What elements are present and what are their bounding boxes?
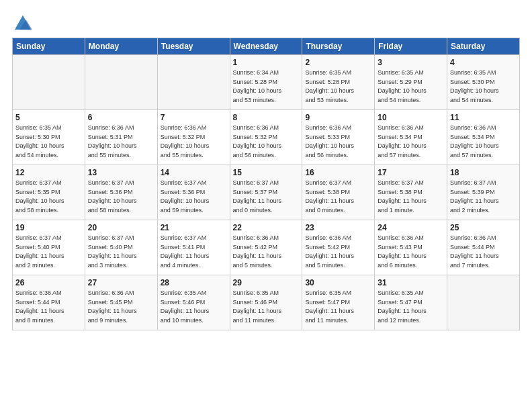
weekday-header-sunday: Sunday [13, 38, 85, 55]
day-number: 13 [88, 168, 154, 177]
day-number: 31 [378, 278, 444, 287]
day-cell: 29Sunrise: 6:35 AM Sunset: 5:46 PM Dayli… [230, 275, 302, 330]
day-cell: 16Sunrise: 6:37 AM Sunset: 5:38 PM Dayli… [302, 165, 375, 220]
day-info: Sunrise: 6:36 AM Sunset: 5:33 PM Dayligh… [305, 124, 371, 160]
day-cell [13, 55, 85, 110]
day-number: 24 [378, 223, 444, 232]
day-number: 28 [161, 278, 227, 287]
day-number: 2 [305, 58, 371, 67]
day-info: Sunrise: 6:37 AM Sunset: 5:38 PM Dayligh… [378, 179, 444, 215]
day-info: Sunrise: 6:37 AM Sunset: 5:40 PM Dayligh… [15, 234, 82, 270]
day-number: 4 [450, 58, 517, 67]
day-info: Sunrise: 6:35 AM Sunset: 5:47 PM Dayligh… [378, 289, 444, 325]
day-number: 11 [450, 113, 517, 122]
day-info: Sunrise: 6:37 AM Sunset: 5:39 PM Dayligh… [450, 179, 517, 215]
day-info: Sunrise: 6:35 AM Sunset: 5:28 PM Dayligh… [305, 68, 371, 105]
day-info: Sunrise: 6:37 AM Sunset: 5:36 PM Dayligh… [161, 179, 227, 215]
day-cell: 19Sunrise: 6:37 AM Sunset: 5:40 PM Dayli… [13, 220, 85, 275]
weekday-header-saturday: Saturday [447, 38, 520, 55]
weekday-header-monday: Monday [85, 38, 157, 55]
day-number: 14 [161, 168, 227, 177]
day-number: 1 [233, 58, 300, 67]
day-info: Sunrise: 6:36 AM Sunset: 5:32 PM Dayligh… [161, 124, 227, 160]
day-number: 20 [88, 223, 154, 232]
day-info: Sunrise: 6:35 AM Sunset: 5:46 PM Dayligh… [161, 289, 227, 325]
day-info: Sunrise: 6:35 AM Sunset: 5:30 PM Dayligh… [15, 124, 82, 160]
day-cell [85, 55, 157, 110]
day-number: 23 [305, 223, 371, 232]
day-cell: 21Sunrise: 6:37 AM Sunset: 5:41 PM Dayli… [157, 220, 230, 275]
day-number: 5 [15, 113, 82, 122]
day-info: Sunrise: 6:35 AM Sunset: 5:29 PM Dayligh… [378, 68, 444, 105]
header [12, 12, 520, 31]
day-cell: 15Sunrise: 6:37 AM Sunset: 5:37 PM Dayli… [230, 165, 302, 220]
day-cell: 25Sunrise: 6:36 AM Sunset: 5:44 PM Dayli… [447, 220, 520, 275]
day-info: Sunrise: 6:35 AM Sunset: 5:30 PM Dayligh… [450, 68, 517, 105]
day-info: Sunrise: 6:37 AM Sunset: 5:35 PM Dayligh… [15, 179, 82, 215]
day-info: Sunrise: 6:36 AM Sunset: 5:45 PM Dayligh… [88, 289, 154, 325]
logo-icon [13, 12, 32, 31]
day-cell: 9Sunrise: 6:36 AM Sunset: 5:33 PM Daylig… [302, 110, 375, 165]
day-info: Sunrise: 6:37 AM Sunset: 5:37 PM Dayligh… [233, 179, 300, 215]
calendar-table: SundayMondayTuesdayWednesdayThursdayFrid… [12, 38, 520, 330]
day-number: 27 [88, 278, 154, 287]
day-cell: 1Sunrise: 6:34 AM Sunset: 5:28 PM Daylig… [230, 55, 302, 110]
day-cell: 23Sunrise: 6:36 AM Sunset: 5:42 PM Dayli… [302, 220, 375, 275]
day-info: Sunrise: 6:37 AM Sunset: 5:38 PM Dayligh… [305, 179, 371, 215]
day-cell: 4Sunrise: 6:35 AM Sunset: 5:30 PM Daylig… [447, 55, 520, 110]
day-info: Sunrise: 6:36 AM Sunset: 5:44 PM Dayligh… [450, 234, 517, 270]
day-cell: 18Sunrise: 6:37 AM Sunset: 5:39 PM Dayli… [447, 165, 520, 220]
day-number: 17 [378, 168, 444, 177]
day-info: Sunrise: 6:37 AM Sunset: 5:41 PM Dayligh… [161, 234, 227, 270]
day-number: 8 [233, 113, 300, 122]
day-cell: 31Sunrise: 6:35 AM Sunset: 5:47 PM Dayli… [375, 275, 447, 330]
day-number: 16 [305, 168, 371, 177]
day-cell: 26Sunrise: 6:36 AM Sunset: 5:44 PM Dayli… [13, 275, 85, 330]
week-row-3: 12Sunrise: 6:37 AM Sunset: 5:35 PM Dayli… [13, 165, 520, 220]
day-number: 25 [450, 223, 517, 232]
day-cell: 3Sunrise: 6:35 AM Sunset: 5:29 PM Daylig… [375, 55, 447, 110]
day-info: Sunrise: 6:34 AM Sunset: 5:28 PM Dayligh… [233, 68, 300, 105]
calendar-page: SundayMondayTuesdayWednesdayThursdayFrid… [0, 0, 532, 411]
day-info: Sunrise: 6:36 AM Sunset: 5:42 PM Dayligh… [305, 234, 371, 270]
weekday-header-wednesday: Wednesday [230, 38, 302, 55]
day-cell: 20Sunrise: 6:37 AM Sunset: 5:40 PM Dayli… [85, 220, 157, 275]
day-cell [447, 275, 520, 330]
day-cell: 24Sunrise: 6:36 AM Sunset: 5:43 PM Dayli… [375, 220, 447, 275]
weekday-header-row: SundayMondayTuesdayWednesdayThursdayFrid… [13, 38, 520, 55]
day-number: 7 [161, 113, 227, 122]
day-cell: 13Sunrise: 6:37 AM Sunset: 5:36 PM Dayli… [85, 165, 157, 220]
day-cell: 12Sunrise: 6:37 AM Sunset: 5:35 PM Dayli… [13, 165, 85, 220]
weekday-header-friday: Friday [375, 38, 447, 55]
day-cell: 28Sunrise: 6:35 AM Sunset: 5:46 PM Dayli… [157, 275, 230, 330]
day-number: 19 [15, 223, 82, 232]
day-info: Sunrise: 6:36 AM Sunset: 5:32 PM Dayligh… [233, 124, 300, 160]
day-number: 10 [378, 113, 444, 122]
day-cell: 27Sunrise: 6:36 AM Sunset: 5:45 PM Dayli… [85, 275, 157, 330]
day-info: Sunrise: 6:36 AM Sunset: 5:42 PM Dayligh… [233, 234, 300, 270]
day-cell: 2Sunrise: 6:35 AM Sunset: 5:28 PM Daylig… [302, 55, 375, 110]
day-cell: 22Sunrise: 6:36 AM Sunset: 5:42 PM Dayli… [230, 220, 302, 275]
day-info: Sunrise: 6:36 AM Sunset: 5:44 PM Dayligh… [15, 289, 82, 325]
day-cell: 14Sunrise: 6:37 AM Sunset: 5:36 PM Dayli… [157, 165, 230, 220]
day-number: 18 [450, 168, 517, 177]
day-info: Sunrise: 6:36 AM Sunset: 5:34 PM Dayligh… [450, 124, 517, 160]
day-info: Sunrise: 6:36 AM Sunset: 5:31 PM Dayligh… [88, 124, 154, 160]
logo [12, 12, 32, 31]
weekday-header-thursday: Thursday [302, 38, 375, 55]
day-number: 9 [305, 113, 371, 122]
day-number: 15 [233, 168, 300, 177]
day-info: Sunrise: 6:36 AM Sunset: 5:43 PM Dayligh… [378, 234, 444, 270]
day-number: 3 [378, 58, 444, 67]
weekday-header-tuesday: Tuesday [157, 38, 230, 55]
day-cell: 7Sunrise: 6:36 AM Sunset: 5:32 PM Daylig… [157, 110, 230, 165]
day-number: 22 [233, 223, 300, 232]
day-info: Sunrise: 6:37 AM Sunset: 5:36 PM Dayligh… [88, 179, 154, 215]
day-number: 29 [233, 278, 300, 287]
day-cell: 11Sunrise: 6:36 AM Sunset: 5:34 PM Dayli… [447, 110, 520, 165]
day-cell: 8Sunrise: 6:36 AM Sunset: 5:32 PM Daylig… [230, 110, 302, 165]
week-row-1: 1Sunrise: 6:34 AM Sunset: 5:28 PM Daylig… [13, 55, 520, 110]
day-number: 30 [305, 278, 371, 287]
day-number: 6 [88, 113, 154, 122]
day-cell [157, 55, 230, 110]
